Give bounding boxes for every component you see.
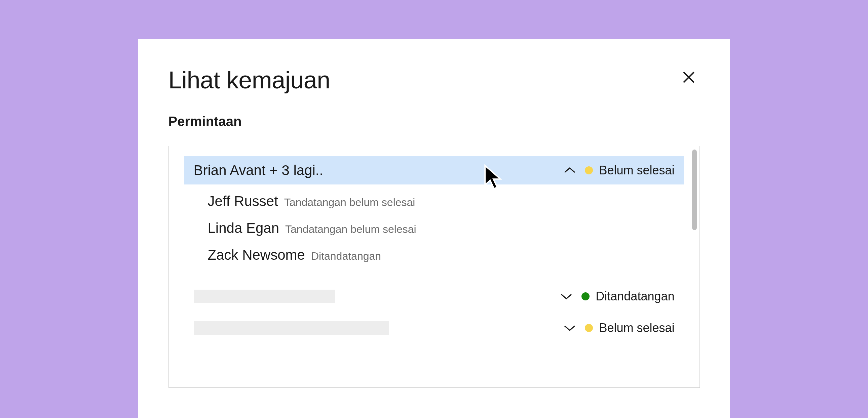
status-label: Belum selesai (599, 163, 674, 177)
status-dot (582, 292, 590, 301)
section-label: Permintaan (168, 114, 700, 129)
request-sub-list: Jeff Russet Tandatangan belum selesai Li… (184, 184, 684, 279)
placeholder-bar (194, 290, 335, 303)
progress-modal: Lihat kemajuan Permintaan Brian Avant + … (138, 39, 730, 418)
chevron-up-icon[interactable] (563, 167, 576, 174)
signer-name: Linda Egan (208, 220, 279, 236)
signer-status: Tandatangan belum selesai (284, 196, 415, 209)
signer-name: Jeff Russet (208, 193, 278, 209)
scrollbar[interactable] (692, 149, 697, 230)
list-item: Linda Egan Tandatangan belum selesai (208, 215, 684, 242)
chevron-down-icon[interactable] (563, 324, 576, 332)
status-label: Ditandatangan (596, 289, 674, 304)
signer-status: Tandatangan belum selesai (285, 223, 416, 236)
request-name: Brian Avant + 3 lagi.. (194, 162, 323, 178)
signer-status: Ditandatangan (311, 250, 381, 263)
close-icon (681, 80, 696, 86)
signer-name: Zack Newsome (208, 247, 305, 263)
close-button[interactable] (681, 70, 696, 86)
status-dot (585, 166, 593, 174)
request-row-right: Belum selesai (563, 321, 674, 335)
status-label: Belum selesai (599, 321, 674, 335)
requests-list: Brian Avant + 3 lagi.. Belum selesai Jef… (168, 146, 700, 388)
modal-title: Lihat kemajuan (168, 66, 700, 94)
list-item: Zack Newsome Ditandatangan (208, 242, 684, 269)
status-dot (585, 324, 593, 332)
request-row[interactable]: Belum selesai (184, 314, 684, 342)
request-row[interactable]: Brian Avant + 3 lagi.. Belum selesai (184, 156, 684, 184)
placeholder-bar (194, 321, 389, 335)
request-row-right: Ditandatangan (560, 289, 674, 304)
request-row-right: Belum selesai (563, 163, 674, 177)
request-row[interactable]: Ditandatangan (184, 283, 684, 310)
list-item: Jeff Russet Tandatangan belum selesai (208, 188, 684, 215)
chevron-down-icon[interactable] (560, 293, 573, 300)
